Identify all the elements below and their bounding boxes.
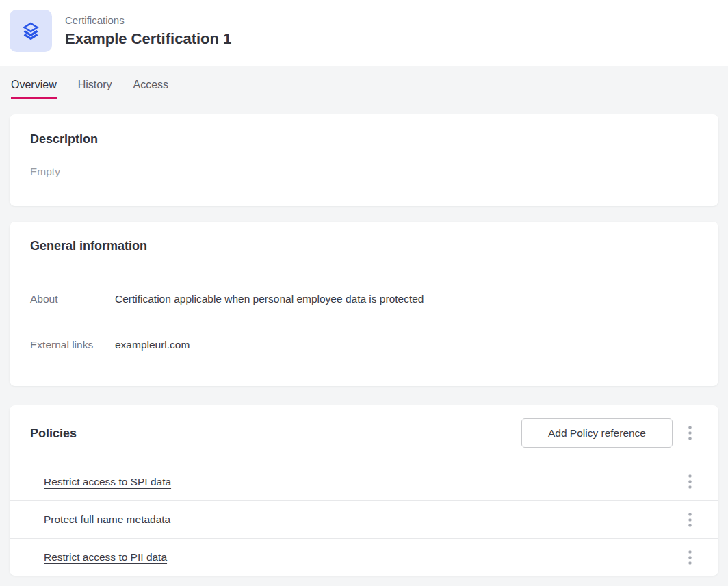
tab-bar: Overview History Access: [0, 66, 728, 99]
certification-icon: [10, 10, 52, 52]
description-card-title: Description: [30, 131, 698, 146]
general-information-card: General information About Certification …: [10, 222, 718, 386]
description-empty-text: Empty: [30, 166, 698, 178]
policy-link-restrict-spi[interactable]: Restrict access to SPI data: [44, 476, 684, 488]
page-header: Certifications Example Certification 1: [0, 0, 728, 66]
policies-title: Policies: [30, 426, 521, 441]
tab-history[interactable]: History: [78, 78, 112, 99]
external-link-value[interactable]: exampleurl.com: [115, 339, 190, 351]
policy-kebab-menu-icon[interactable]: [684, 511, 695, 528]
policy-kebab-menu-icon[interactable]: [684, 474, 695, 490]
external-links-row: External links exampleurl.com: [30, 322, 698, 368]
policy-row: Protect full name metadata: [10, 500, 718, 538]
policy-link-restrict-pii[interactable]: Restrict access to PII data: [44, 551, 684, 563]
policies-kebab-menu-icon[interactable]: [684, 425, 695, 442]
description-card: Description Empty: [10, 114, 718, 206]
policies-card-header: Policies Add Policy reference: [10, 405, 718, 463]
add-policy-reference-button[interactable]: Add Policy reference: [521, 418, 673, 448]
external-links-label: External links: [30, 339, 115, 351]
policy-row: Restrict access to PII data: [10, 538, 718, 576]
general-information-title: General information: [30, 238, 698, 253]
tab-access[interactable]: Access: [133, 78, 168, 99]
about-value: Certification applicable when personal e…: [115, 293, 424, 305]
about-label: About: [30, 293, 115, 305]
tab-overview[interactable]: Overview: [11, 78, 57, 99]
about-row: About Certification applicable when pers…: [30, 277, 698, 322]
policy-link-protect-full-name[interactable]: Protect full name metadata: [44, 513, 684, 526]
policy-kebab-menu-icon[interactable]: [684, 549, 695, 565]
header-text: Certifications Example Certification 1: [65, 14, 231, 48]
layers-icon: [21, 21, 41, 41]
page-title: Example Certification 1: [65, 30, 231, 48]
policies-card: Policies Add Policy reference Restrict a…: [10, 405, 718, 576]
breadcrumb[interactable]: Certifications: [65, 14, 231, 27]
policy-row: Restrict access to SPI data: [10, 463, 718, 500]
